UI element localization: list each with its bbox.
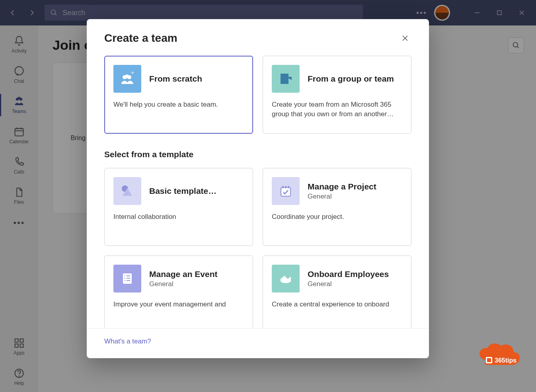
card-title: From a group or team <box>308 74 394 84</box>
card-subtitle: General <box>149 280 218 288</box>
card-template-project[interactable]: Manage a Project General Coordinate your… <box>263 168 411 246</box>
modal-close-button[interactable] <box>399 32 411 45</box>
card-desc: Internal collaboration <box>113 212 244 222</box>
card-template-basic[interactable]: Basic template internal… Internal collab… <box>104 168 253 246</box>
from-group-icon <box>272 65 300 93</box>
card-title: Onboard Employees <box>308 269 389 279</box>
modal-footer: What's a team? <box>87 328 429 358</box>
card-desc: Coordinate your project. <box>272 212 402 222</box>
project-icon <box>272 177 300 205</box>
template-section-heading: Select from a template <box>104 150 411 159</box>
onboard-icon <box>272 265 300 293</box>
card-from-group[interactable]: From a group or team Create your team fr… <box>263 56 411 134</box>
card-desc: We'll help you create a basic team. <box>113 100 244 109</box>
card-template-event[interactable]: Manage an Event General Improve your eve… <box>104 255 253 328</box>
card-desc: Improve your event management and <box>113 300 244 309</box>
whats-a-team-link[interactable]: What's a team? <box>104 337 151 345</box>
card-from-scratch[interactable]: + From scratch We'll help you create a b… <box>104 56 253 134</box>
card-title: Manage an Event <box>149 269 218 279</box>
modal-scroll-area[interactable]: + From scratch We'll help you create a b… <box>87 45 429 328</box>
svg-rect-43 <box>487 358 491 362</box>
basic-template-icon <box>113 177 141 205</box>
card-title: From scratch <box>149 74 202 84</box>
modal-title: Create a team <box>104 32 399 45</box>
svg-text:365tips: 365tips <box>495 357 517 364</box>
svg-point-26 <box>125 74 129 78</box>
card-template-onboard[interactable]: Onboard Employees General Create a centr… <box>263 255 411 328</box>
svg-text:+: + <box>131 70 134 76</box>
card-subtitle: General <box>308 280 389 288</box>
card-title: Basic template internal… <box>149 186 244 196</box>
from-scratch-icon: + <box>113 65 141 93</box>
card-title: Manage a Project <box>308 181 376 191</box>
close-icon <box>402 35 409 42</box>
svg-rect-28 <box>281 74 288 84</box>
create-team-modal: Create a team + From scratch <box>87 19 429 358</box>
card-desc: Create a central experience to onboard <box>272 300 402 309</box>
card-desc: Create your team from an Microsoft 365 g… <box>272 100 402 119</box>
event-icon <box>113 265 141 293</box>
card-subtitle: General <box>308 193 376 201</box>
svg-rect-31 <box>281 187 290 196</box>
tips-badge[interactable]: 365tips <box>476 340 523 370</box>
